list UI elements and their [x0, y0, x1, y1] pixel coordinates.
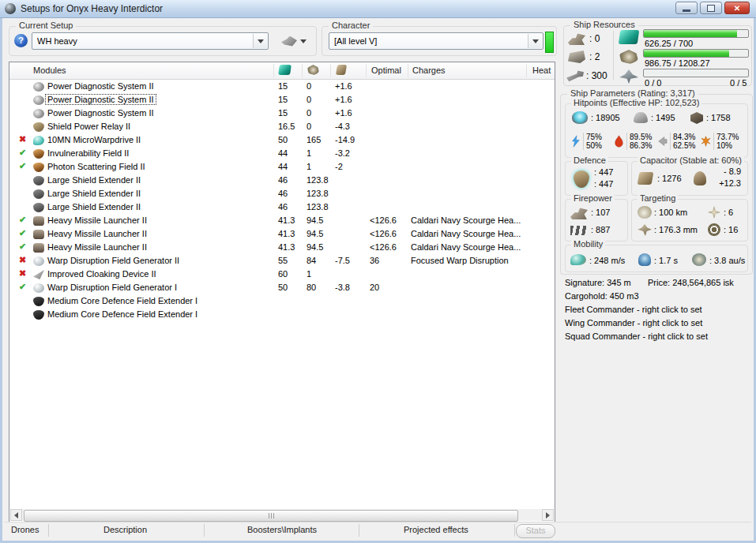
- module-icon: [33, 216, 44, 226]
- header-modules[interactable]: Modules: [33, 66, 66, 75]
- module-powergrid: 0: [307, 95, 311, 104]
- defence-label: Defence: [571, 155, 608, 165]
- max-targets-value: : 6: [724, 208, 733, 217]
- tab-description[interactable]: Description: [103, 525, 147, 534]
- module-powergrid: 1: [307, 269, 311, 279]
- module-name: Shield Power Relay II: [47, 122, 130, 131]
- ship-browser-button[interactable]: [275, 32, 313, 51]
- module-icon: [33, 109, 44, 118]
- module-cpu: 46: [278, 189, 288, 198]
- module-cpu: 15: [278, 81, 288, 91]
- module-row[interactable]: ✔Heavy Missile Launcher II41.394.5<126.6…: [9, 242, 555, 255]
- shield-hp-icon: [572, 111, 588, 124]
- window-title: Setups for Onyx Heavy Interdictor: [21, 3, 163, 14]
- turret-hardpoints-icon: [568, 32, 585, 45]
- module-row[interactable]: Power Diagnostic System II150+1.6: [9, 81, 555, 94]
- em-resist-icon: [570, 135, 581, 148]
- modules-table-header[interactable]: Modules Optimal Charges Heat: [9, 62, 555, 80]
- module-row[interactable]: Large Shield Extender II46123.8: [9, 188, 555, 201]
- module-row[interactable]: Large Shield Extender II46123.8: [9, 201, 555, 215]
- scrollbar-thumb[interactable]: [24, 510, 518, 522]
- module-charges: Caldari Navy Scourge Hea...: [411, 242, 521, 252]
- horizontal-scrollbar[interactable]: [10, 509, 554, 521]
- module-cap-use: -14.9: [335, 135, 355, 144]
- scroll-left-button[interactable]: [10, 509, 22, 521]
- module-icon: [33, 189, 44, 199]
- module-powergrid: 0: [307, 81, 311, 91]
- warp-speed-icon: [692, 253, 706, 266]
- module-row[interactable]: ✖Warp Disruption Field Generator II5584-…: [9, 255, 555, 268]
- shield-hp-value: : 18905: [591, 113, 620, 122]
- module-row[interactable]: ✔Heavy Missile Launcher II41.394.5<126.6…: [9, 228, 555, 242]
- stats-button[interactable]: Stats: [516, 524, 555, 538]
- module-row[interactable]: Medium Core Defence Field Extender I: [9, 309, 555, 322]
- tab-projected-effects[interactable]: Projected effects: [404, 525, 468, 534]
- ship-parameters-label: Ship Parameters (Rating: 3,317): [567, 88, 698, 98]
- defence-group: Defence : 447 : 447: [565, 161, 628, 196]
- module-row[interactable]: Medium Core Defence Field Extender I: [9, 295, 555, 309]
- capacitor-icon[interactable]: [336, 65, 347, 75]
- explosive-resist-icon: [701, 135, 711, 148]
- cpu-icon[interactable]: [278, 65, 291, 75]
- module-name: Heavy Missile Launcher II: [47, 215, 147, 225]
- module-row[interactable]: Power Diagnostic System II150+1.6: [9, 94, 555, 107]
- structure-hp-icon: [690, 112, 703, 124]
- warp-speed-value: : 3.8 au/s: [709, 256, 745, 265]
- mobility-group: Mobility : 248 m/s : 1.7 s : 3.8 au/s: [565, 245, 748, 272]
- tab-drones[interactable]: Drones: [11, 525, 39, 534]
- fitted-check-icon: ✔: [19, 282, 30, 292]
- fitted-check-icon: ✔: [19, 215, 30, 225]
- module-row[interactable]: ✖Improved Cloaking Device II601: [9, 268, 555, 282]
- thermal-resist: 89.5%86.3%: [614, 133, 657, 150]
- setup-dropdown[interactable]: WH heavy: [32, 32, 269, 50]
- hitpoints-label: Hitpoints (Effective HP: 102,523): [571, 98, 701, 107]
- titlebar[interactable]: Setups for Onyx Heavy Interdictor ✕: [0, 0, 756, 18]
- module-row[interactable]: ✖10MN MicroWarpdrive II50165-14.9: [9, 134, 555, 148]
- module-powergrid: 80: [307, 283, 316, 292]
- header-charges[interactable]: Charges: [412, 66, 446, 75]
- powergrid-icon[interactable]: [307, 65, 319, 75]
- header-optimal[interactable]: Optimal: [371, 66, 401, 75]
- restore-button[interactable]: [700, 2, 722, 14]
- capacitor-usage-icon: [694, 171, 706, 185]
- thermal-armor-resist: 86.3%: [630, 141, 652, 150]
- defence-value-2: : 447: [594, 179, 613, 189]
- powergrid-bar-fill: [644, 50, 729, 57]
- module-row[interactable]: ✔Warp Disruption Field Generator I5080-3…: [9, 282, 555, 295]
- skill-level-indicator: [545, 32, 554, 53]
- armor-hp-icon: [634, 112, 648, 123]
- header-heat[interactable]: Heat: [532, 66, 551, 75]
- module-name: Large Shield Extender II: [47, 189, 141, 198]
- help-icon[interactable]: ?: [14, 34, 28, 47]
- ship-parameters-group: Ship Parameters (Rating: 3,317) Hitpoint…: [560, 94, 753, 275]
- scroll-right-button[interactable]: [542, 509, 554, 521]
- fitting-error-icon: ✖: [19, 268, 30, 279]
- minimize-button[interactable]: [675, 2, 698, 14]
- module-charges: Caldari Navy Scourge Hea...: [411, 215, 521, 225]
- module-cap-use: +1.6: [335, 81, 352, 91]
- module-row[interactable]: ✔Heavy Missile Launcher II41.394.5<126.6…: [9, 215, 555, 228]
- fitted-check-icon: ✔: [19, 242, 30, 252]
- module-row[interactable]: ✔Invulnerability Field II441-3.2: [9, 148, 555, 161]
- module-powergrid: 123.8: [307, 202, 329, 212]
- module-row[interactable]: Large Shield Extender II46123.8: [9, 174, 555, 188]
- module-row[interactable]: Power Diagnostic System II150+1.6: [9, 107, 555, 121]
- wing-commander-text[interactable]: Wing Commander - right click to set: [565, 318, 702, 328]
- cargohold-text: Cargohold: 450 m3: [565, 291, 639, 301]
- module-icon: [33, 257, 44, 266]
- close-button[interactable]: ✕: [724, 2, 750, 14]
- chevron-down-icon: [300, 39, 307, 43]
- module-row[interactable]: ✔Photon Scattering Field II441-2: [9, 161, 555, 174]
- character-dropdown[interactable]: [All level V]: [329, 32, 543, 50]
- current-setup-group: Current Setup ? WH heavy: [9, 26, 317, 56]
- cpu-bar-fill: [644, 30, 737, 37]
- tab-boosters-implants[interactable]: Boosters\Implants: [247, 525, 317, 534]
- module-icon: [33, 243, 44, 253]
- dps-value: : 887: [591, 225, 610, 234]
- squad-commander-text[interactable]: Squad Commander - right click to set: [565, 331, 708, 341]
- module-row[interactable]: Shield Power Relay II16.50-4.3: [9, 121, 555, 134]
- module-icon: [33, 297, 44, 306]
- fleet-commander-text[interactable]: Fleet Commander - right click to set: [565, 305, 702, 314]
- module-powergrid: 0: [307, 108, 311, 118]
- module-icon: [33, 270, 44, 279]
